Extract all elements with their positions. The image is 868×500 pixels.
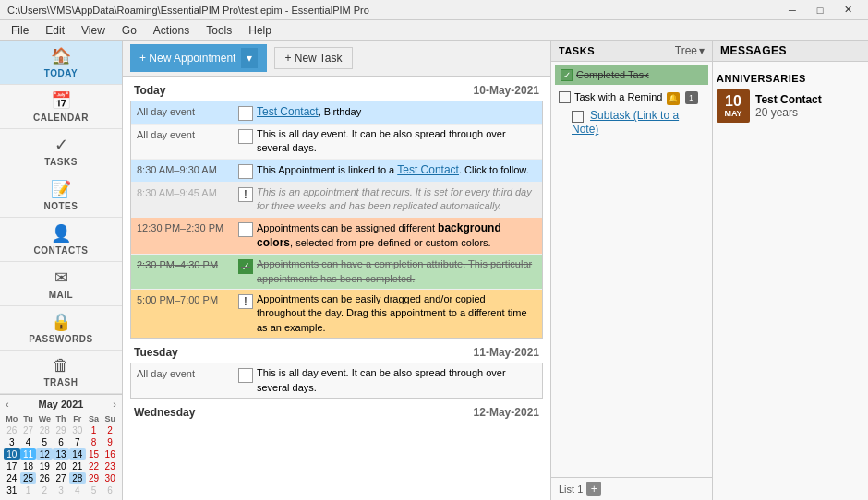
mini-cal-day[interactable]: 15 bbox=[86, 448, 102, 460]
menu-item-help[interactable]: Help bbox=[241, 22, 279, 39]
mini-cal-day[interactable]: 6 bbox=[102, 484, 118, 496]
mini-cal-day[interactable]: 4 bbox=[20, 436, 37, 448]
today-events: All day event Test Contact, Birthday All… bbox=[130, 101, 543, 339]
event-row[interactable]: 5:00 PM–7:00 PM ! Appointments can be ea… bbox=[131, 290, 542, 338]
menubar: FileEditViewGoActionsToolsHelp bbox=[0, 20, 868, 41]
sidebar-item-contacts[interactable]: 👤 CONTACTS bbox=[0, 218, 122, 262]
sidebar-item-mail[interactable]: ✉ MAIL bbox=[0, 262, 122, 306]
event-checkbox[interactable] bbox=[238, 106, 253, 121]
mini-cal-day[interactable]: 12 bbox=[36, 448, 53, 460]
event-checkbox[interactable]: ✓ bbox=[238, 259, 253, 274]
event-row[interactable]: All day event This is all day event. It … bbox=[131, 363, 542, 398]
mini-cal-day[interactable]: 26 bbox=[4, 424, 20, 436]
mini-cal-day[interactable]: 16 bbox=[102, 448, 118, 460]
menu-item-view[interactable]: View bbox=[74, 22, 113, 39]
mini-cal-day[interactable]: 19 bbox=[36, 460, 53, 472]
maximize-button[interactable]: □ bbox=[807, 2, 833, 18]
mini-cal-day[interactable]: 8 bbox=[86, 436, 102, 448]
mini-cal-day[interactable]: 9 bbox=[102, 436, 118, 448]
mini-cal-day[interactable]: 20 bbox=[53, 460, 69, 472]
mini-cal-day[interactable]: 1 bbox=[86, 424, 102, 436]
new-appointment-button[interactable]: + New Appointment ▾ bbox=[130, 44, 267, 72]
mini-cal-day[interactable]: 23 bbox=[102, 460, 118, 472]
mini-cal-day[interactable]: 28 bbox=[36, 424, 53, 436]
mini-cal-day[interactable]: 2 bbox=[36, 484, 53, 496]
mini-cal-day[interactable]: 30 bbox=[69, 424, 86, 436]
event-checkbox[interactable] bbox=[238, 222, 253, 237]
mini-cal-day[interactable]: 5 bbox=[86, 484, 102, 496]
event-row[interactable]: All day event Test Contact, Birthday bbox=[131, 101, 542, 125]
event-row[interactable]: 8:30 AM–9:30 AM This Appointment is link… bbox=[131, 160, 542, 183]
new-task-button[interactable]: + New Task bbox=[274, 47, 352, 69]
mini-cal-day[interactable]: 29 bbox=[86, 472, 102, 484]
subtask-checkbox[interactable] bbox=[572, 111, 584, 123]
subtask-item[interactable]: Subtask (Link to a Note) bbox=[572, 109, 708, 136]
mini-cal-day[interactable]: 26 bbox=[36, 472, 53, 484]
event-checkbox[interactable] bbox=[238, 368, 253, 383]
menu-item-actions[interactable]: Actions bbox=[146, 22, 197, 39]
mini-cal-day[interactable]: 24 bbox=[4, 472, 20, 484]
sidebar-item-calendar[interactable]: 📅 CALENDAR bbox=[0, 85, 122, 129]
mini-cal-day[interactable]: 6 bbox=[53, 436, 69, 448]
event-checkbox[interactable]: ! bbox=[238, 294, 253, 309]
event-link[interactable]: Test Contact bbox=[397, 163, 459, 176]
menu-item-go[interactable]: Go bbox=[115, 22, 144, 39]
add-list-button[interactable]: + bbox=[586, 482, 601, 496]
menu-item-file[interactable]: File bbox=[4, 22, 36, 39]
mini-cal-day[interactable]: 1 bbox=[20, 484, 37, 496]
mini-cal-day[interactable]: 28 bbox=[69, 472, 86, 484]
event-row[interactable]: 2:30 PM–4:30 PM ✓ Appointments can have … bbox=[131, 255, 542, 290]
calendar-main: + New Appointment ▾ + New Task Today 10-… bbox=[123, 41, 551, 500]
event-checkbox[interactable] bbox=[238, 164, 253, 179]
sidebar-item-trash[interactable]: 🗑 TRASH bbox=[0, 351, 122, 394]
tasks-view-label: Tree bbox=[675, 44, 697, 57]
mini-cal-day[interactable]: 18 bbox=[20, 460, 37, 472]
event-row[interactable]: 8:30 AM–9:45 AM ! This is an appointment… bbox=[131, 183, 542, 218]
sidebar-item-notes[interactable]: 📝 NOTES bbox=[0, 173, 122, 218]
prev-month-button[interactable]: ‹ bbox=[4, 399, 11, 410]
sidebar-item-tasks[interactable]: ✓ TASKS bbox=[0, 129, 122, 173]
mini-cal-day[interactable]: 3 bbox=[53, 484, 69, 496]
next-month-button[interactable]: › bbox=[111, 399, 118, 410]
mini-cal-day[interactable]: 17 bbox=[4, 460, 20, 472]
mini-cal-day[interactable]: 3 bbox=[4, 436, 20, 448]
mini-cal-day[interactable]: 10 bbox=[4, 448, 20, 460]
mini-cal-day[interactable]: 14 bbox=[69, 448, 86, 460]
task-item-completed[interactable]: ✓ Completed Task bbox=[555, 65, 708, 85]
mini-cal-day[interactable]: 4 bbox=[69, 484, 86, 496]
mini-cal-day[interactable]: 2 bbox=[102, 424, 118, 436]
task-text: Task with a Remind 🔔 1 bbox=[574, 90, 698, 105]
mini-cal-day[interactable]: 5 bbox=[36, 436, 53, 448]
task-checkbox[interactable] bbox=[559, 91, 571, 103]
mini-cal-day[interactable]: 7 bbox=[69, 436, 86, 448]
event-checkbox[interactable]: ! bbox=[238, 187, 253, 202]
mini-cal-day[interactable]: 13 bbox=[53, 448, 69, 460]
messages-title: MESSAGES bbox=[720, 44, 787, 57]
subtask-link[interactable]: Subtask (Link to a Note) bbox=[572, 109, 679, 136]
event-row[interactable]: All day event This is all day event. It … bbox=[131, 125, 542, 160]
mini-cal-day[interactable]: 11 bbox=[20, 448, 37, 460]
event-row[interactable]: 12:30 PM–2:30 PM Appointments can be ass… bbox=[131, 218, 542, 256]
task-item-reminder[interactable]: Task with a Remind 🔔 1 bbox=[555, 89, 708, 107]
event-link[interactable]: Test Contact bbox=[257, 105, 319, 118]
mini-cal-day[interactable]: 31 bbox=[4, 484, 20, 496]
task-checkbox[interactable]: ✓ bbox=[561, 69, 573, 81]
anniversary-info: Test Contact 20 years bbox=[755, 93, 822, 119]
mini-cal-day[interactable]: 30 bbox=[102, 472, 118, 484]
today-header: Today 10-May-2021 bbox=[130, 80, 543, 101]
sidebar-item-passwords[interactable]: 🔒 PASSWORDS bbox=[0, 306, 122, 351]
menu-item-tools[interactable]: Tools bbox=[199, 22, 239, 39]
sidebar-item-today[interactable]: 🏠 TODAY bbox=[0, 41, 122, 85]
mini-cal-day[interactable]: 25 bbox=[20, 472, 37, 484]
tasks-view-dropdown[interactable]: Tree ▾ bbox=[675, 44, 705, 57]
minimize-button[interactable]: ─ bbox=[779, 2, 805, 18]
event-checkbox[interactable] bbox=[238, 129, 253, 144]
mini-cal-day[interactable]: 27 bbox=[53, 472, 69, 484]
mini-cal-day[interactable]: 21 bbox=[69, 460, 86, 472]
new-appt-dropdown[interactable]: ▾ bbox=[241, 48, 258, 68]
mini-cal-day[interactable]: 29 bbox=[53, 424, 69, 436]
close-button[interactable]: ✕ bbox=[835, 2, 861, 18]
menu-item-edit[interactable]: Edit bbox=[38, 22, 72, 39]
mini-cal-day[interactable]: 27 bbox=[20, 424, 37, 436]
mini-cal-day[interactable]: 22 bbox=[86, 460, 102, 472]
